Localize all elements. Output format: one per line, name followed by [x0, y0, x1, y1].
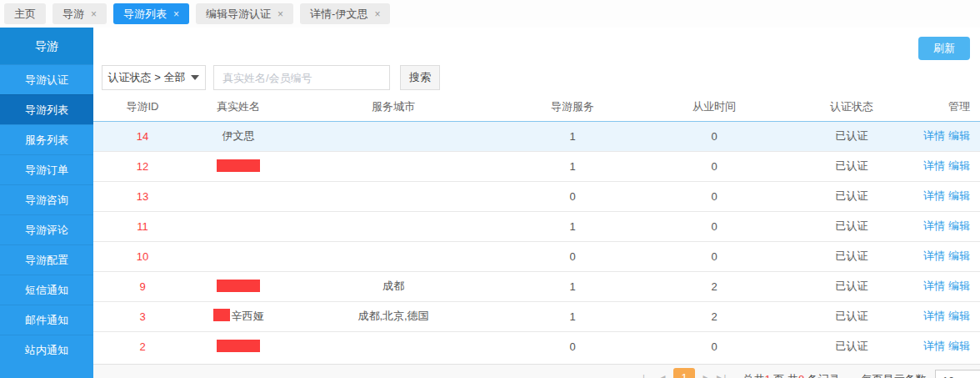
- edit-link[interactable]: 编辑: [948, 249, 970, 262]
- guide-id-cell: 12: [93, 151, 192, 181]
- detail-link[interactable]: 详情: [923, 219, 945, 232]
- search-button[interactable]: 搜索: [400, 65, 440, 90]
- work-years-cell: 0: [643, 181, 785, 211]
- manage-cell: 详情编辑: [918, 181, 980, 211]
- tab-2[interactable]: 导游列表×: [113, 3, 189, 24]
- table-row[interactable]: 1110已认证详情编辑: [93, 211, 980, 241]
- auth-status-cell: 已认证: [785, 121, 918, 151]
- table-row[interactable]: 200已认证详情编辑: [93, 331, 980, 361]
- guide-id-cell: 11: [93, 211, 192, 241]
- auth-status-cell: 已认证: [785, 181, 918, 211]
- edit-link[interactable]: 编辑: [948, 340, 970, 352]
- close-icon[interactable]: ×: [173, 9, 179, 19]
- guide-service-cell: 0: [502, 181, 643, 211]
- tab-label: 导游列表: [123, 7, 167, 22]
- sidebar-item-1[interactable]: 导游列表: [0, 94, 93, 124]
- edit-link[interactable]: 编辑: [948, 280, 970, 292]
- real-name-cell: [192, 151, 285, 181]
- column-header-2: 服务城市: [285, 93, 502, 121]
- pagination-summary: 总共1 页 共8 条记录: [742, 372, 839, 378]
- column-header-1: 真实姓名: [192, 93, 285, 121]
- sidebar-item-9[interactable]: 站内通知: [0, 335, 93, 365]
- detail-link[interactable]: 详情: [923, 129, 945, 142]
- service-city-cell: [285, 211, 502, 241]
- table-row[interactable]: 14伊文思10已认证详情编辑: [93, 121, 980, 151]
- sidebar: 导游 导游认证导游列表服务列表导游订单导游咨询导游评论导游配置短信通知邮件通知站…: [0, 28, 93, 378]
- sidebar-item-4[interactable]: 导游咨询: [0, 184, 93, 214]
- tab-4[interactable]: 详情-伊文思×: [300, 3, 390, 24]
- main-panel: 刷新 认证状态 > 全部 搜索 导游ID真实姓名服务城市导游服务从业时间认证状态…: [93, 28, 980, 378]
- edit-link[interactable]: 编辑: [948, 219, 970, 232]
- guide-service-cell: 1: [502, 271, 643, 301]
- guide-service-cell: 1: [502, 151, 643, 181]
- tab-1[interactable]: 导游×: [52, 3, 107, 24]
- manage-cell: 详情编辑: [918, 331, 980, 361]
- guide-id-cell: 14: [93, 121, 192, 151]
- auth-status-cell: 已认证: [785, 151, 918, 181]
- close-icon[interactable]: ×: [374, 9, 380, 19]
- edit-link[interactable]: 编辑: [948, 159, 970, 172]
- edit-link[interactable]: 编辑: [948, 310, 970, 322]
- guide-id-cell: 10: [93, 241, 192, 271]
- detail-link[interactable]: 详情: [923, 189, 945, 202]
- column-header-4: 从业时间: [643, 93, 785, 121]
- table-row[interactable]: 1300已认证详情编辑: [93, 181, 980, 211]
- sidebar-item-3[interactable]: 导游订单: [0, 154, 93, 184]
- auth-status-cell: 已认证: [785, 301, 918, 331]
- prev-page-icon[interactable]: ◀: [658, 373, 665, 378]
- auth-status-cell: 已认证: [785, 271, 918, 301]
- tab-bar: 主页导游×导游列表×编辑导游认证×详情-伊文思×: [0, 0, 980, 28]
- close-icon[interactable]: ×: [278, 9, 283, 19]
- detail-link[interactable]: 详情: [923, 159, 945, 172]
- manage-cell: 详情编辑: [918, 241, 980, 271]
- real-name-cell: 辛西娅: [192, 301, 285, 331]
- sidebar-item-2[interactable]: 服务列表: [0, 124, 93, 154]
- sidebar-item-7[interactable]: 短信通知: [0, 275, 93, 305]
- real-name-cell: [192, 241, 285, 271]
- sidebar-item-5[interactable]: 导游评论: [0, 214, 93, 244]
- detail-link[interactable]: 详情: [923, 310, 945, 322]
- detail-link[interactable]: 详情: [923, 340, 945, 352]
- auth-status-cell: 已认证: [785, 331, 918, 361]
- first-page-icon[interactable]: |◀: [642, 373, 652, 378]
- edit-link[interactable]: 编辑: [948, 129, 970, 142]
- sidebar-item-0[interactable]: 导游认证: [0, 64, 93, 94]
- refresh-button[interactable]: 刷新: [918, 37, 970, 60]
- sidebar-item-8[interactable]: 邮件通知: [0, 305, 93, 335]
- column-header-0: 导游ID: [93, 93, 192, 121]
- current-page-button[interactable]: 1: [673, 368, 694, 378]
- auth-status-dropdown[interactable]: 认证状态 > 全部: [102, 65, 206, 90]
- guide-service-cell: 0: [502, 241, 643, 271]
- work-years-cell: 2: [643, 301, 785, 331]
- tab-home[interactable]: 主页: [4, 3, 46, 24]
- detail-link[interactable]: 详情: [923, 280, 945, 292]
- real-name-cell: [192, 331, 285, 361]
- sidebar-header-guide: 导游: [0, 28, 93, 64]
- work-years-cell: 2: [643, 271, 785, 301]
- table-row[interactable]: 9成都12已认证详情编辑: [93, 271, 980, 301]
- guide-service-cell: 0: [502, 331, 643, 361]
- close-icon[interactable]: ×: [91, 9, 97, 19]
- search-input[interactable]: [213, 65, 390, 90]
- table-row[interactable]: 1000已认证详情编辑: [93, 241, 980, 271]
- work-years-cell: 0: [643, 331, 785, 361]
- edit-link[interactable]: 编辑: [948, 189, 970, 202]
- table-row[interactable]: 1210已认证详情编辑: [93, 151, 980, 181]
- pagination-bar: |◀ ◀ 1 ▶ ▶| 总共1 页 共8 条记录 每页显示条数 10: [93, 364, 980, 378]
- service-city-cell: [285, 121, 502, 151]
- per-page-select[interactable]: 10: [935, 370, 980, 378]
- auth-status-cell: 已认证: [785, 241, 918, 271]
- guide-id-cell: 13: [93, 181, 192, 211]
- redaction-box: [217, 280, 260, 292]
- table-row[interactable]: 3辛西娅成都,北京,德国12已认证详情编辑: [93, 301, 980, 331]
- last-page-icon[interactable]: ▶|: [717, 373, 726, 378]
- detail-link[interactable]: 详情: [923, 249, 945, 262]
- work-years-cell: 0: [643, 151, 785, 181]
- tab-3[interactable]: 编辑导游认证×: [196, 3, 293, 24]
- chevron-down-icon: [191, 75, 199, 80]
- sidebar-item-6[interactable]: 导游配置: [0, 244, 93, 275]
- manage-cell: 详情编辑: [918, 211, 980, 241]
- manage-cell: 详情编辑: [918, 271, 980, 301]
- next-page-icon[interactable]: ▶: [703, 373, 710, 378]
- manage-cell: 详情编辑: [918, 301, 980, 331]
